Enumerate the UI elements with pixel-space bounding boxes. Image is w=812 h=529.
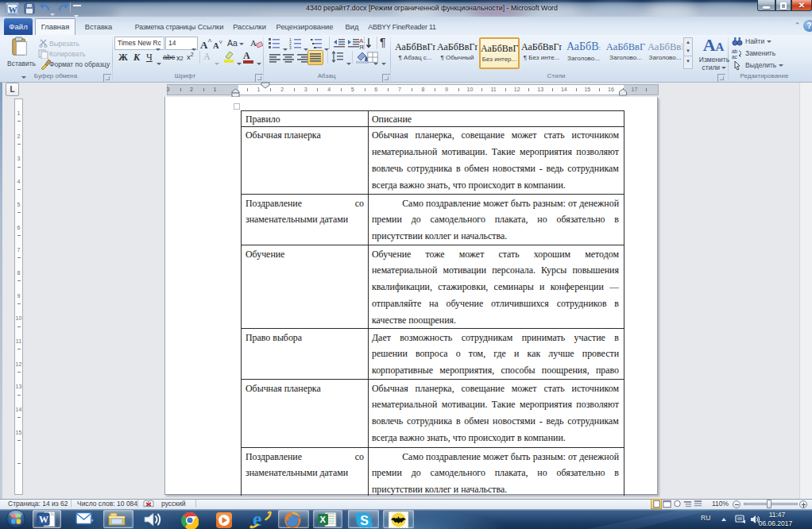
svg-text:Я: Я: [359, 44, 364, 50]
svg-text:ac: ac: [732, 54, 738, 59]
svg-text:W: W: [8, 5, 17, 14]
svg-text:А: А: [250, 38, 257, 48]
svg-text:S: S: [360, 514, 369, 527]
svg-text:W: W: [39, 514, 48, 525]
svg-text:3: 3: [289, 45, 292, 50]
svg-text:X: X: [320, 515, 327, 524]
svg-text:ab: ab: [732, 48, 738, 54]
